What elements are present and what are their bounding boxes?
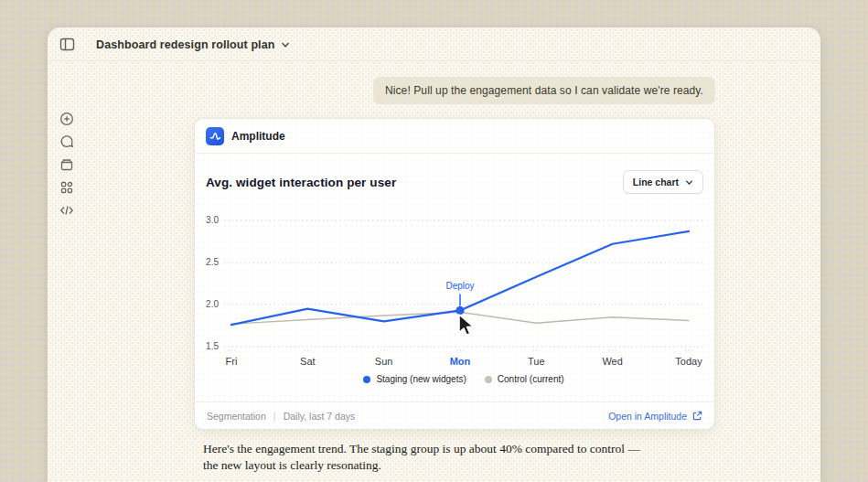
- legend-label: Staging (new widgets): [376, 374, 466, 384]
- chart-type-label: Line chart: [633, 177, 679, 187]
- legend-label: Control (current): [498, 374, 564, 384]
- sidebar-toggle-button[interactable]: [59, 37, 75, 52]
- top-bar: Dashboard redesign rollout plan: [48, 27, 820, 61]
- legend-item: Control (current): [485, 374, 564, 384]
- y-axis-tick: 2.5: [195, 257, 219, 267]
- amplitude-card-footer: Segmentation | Daily, last 7 days Open i…: [195, 402, 714, 429]
- x-axis-tick: Mon: [431, 356, 489, 367]
- chart-meta-type: Segmentation: [207, 411, 266, 422]
- code-icon[interactable]: [59, 203, 74, 218]
- chart-title: Avg. widget interaction per user: [206, 176, 396, 189]
- mouse-cursor: [456, 313, 477, 338]
- amplitude-card: Amplitude Avg. widget interaction per us…: [194, 118, 715, 430]
- x-axis-tick: Tue: [507, 356, 565, 367]
- chart-title-row: Avg. widget interaction per user Line ch…: [206, 168, 703, 196]
- y-axis-tick: 1.5: [195, 341, 219, 351]
- chart-meta: Segmentation | Daily, last 7 days: [207, 411, 355, 422]
- legend-dot-icon: [485, 376, 492, 383]
- new-chat-icon[interactable]: [59, 112, 74, 126]
- chart-legend: Staging (new widgets)Control (current): [222, 374, 705, 384]
- x-axis-tick: Sat: [278, 356, 337, 367]
- desktop-background: Dashboard redesign rollout plan: [0, 0, 868, 482]
- meta-separator: |: [273, 411, 276, 422]
- conversation-title-dropdown[interactable]: Dashboard redesign rollout plan: [96, 27, 290, 61]
- legend-item: Staging (new widgets): [363, 374, 466, 384]
- open-in-amplitude-link[interactable]: Open in Amplitude: [608, 411, 702, 422]
- legend-dot-icon: [363, 376, 370, 383]
- chats-icon[interactable]: [59, 134, 74, 149]
- x-axis-tick: Today: [659, 356, 718, 367]
- amplitude-logo-icon: [206, 127, 224, 145]
- deploy-annotation-label: Deploy: [445, 281, 474, 291]
- amplitude-card-header: Amplitude: [195, 119, 714, 154]
- chart-type-dropdown[interactable]: Line chart: [623, 170, 703, 194]
- amplitude-app-name: Amplitude: [231, 130, 285, 143]
- y-axis-tick: 2.0: [195, 299, 219, 309]
- user-message-text: Nice! Pull up the engagement data so I c…: [385, 84, 703, 97]
- app-window: Dashboard redesign rollout plan: [48, 27, 820, 482]
- external-link-icon: [692, 411, 702, 421]
- left-rail: [48, 61, 86, 482]
- projects-icon[interactable]: [59, 157, 74, 172]
- chevron-down-icon: [281, 40, 290, 49]
- user-message-bubble: Nice! Pull up the engagement data so I c…: [373, 77, 715, 104]
- apps-icon[interactable]: [59, 180, 74, 195]
- chart-meta-range: Daily, last 7 days: [284, 411, 356, 422]
- x-axis-tick: Wed: [584, 356, 642, 367]
- x-axis-tick: Sun: [355, 356, 413, 367]
- chevron-down-icon: [685, 178, 693, 187]
- page-title: Dashboard redesign rollout plan: [96, 38, 274, 51]
- open-in-amplitude-label: Open in Amplitude: [608, 411, 687, 422]
- assistant-message-text: Here's the engagement trend. The staging…: [203, 441, 640, 473]
- x-axis-tick: Fri: [202, 356, 261, 367]
- y-axis-tick: 3.0: [195, 215, 219, 225]
